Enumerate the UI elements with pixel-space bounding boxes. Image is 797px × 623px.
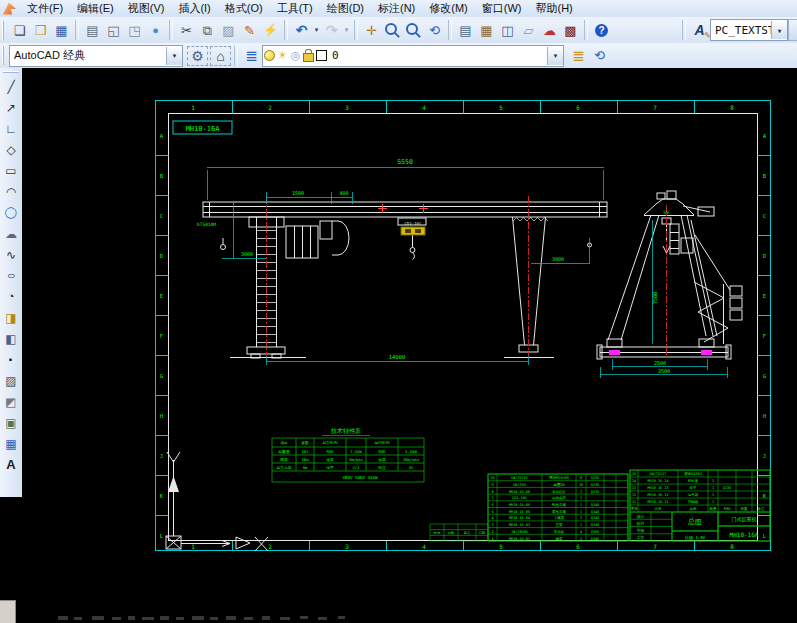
- menu-dimension[interactable]: 标注(N): [371, 0, 422, 17]
- multiline-text-icon[interactable]: [1, 454, 21, 475]
- menu-insert[interactable]: 插入(I): [171, 0, 217, 17]
- svg-text:MH10-16-08: MH10-16-08: [509, 490, 530, 494]
- menu-file[interactable]: 文件(F): [20, 0, 70, 17]
- new-icon[interactable]: [9, 20, 30, 40]
- svg-text:E: E: [763, 293, 766, 299]
- publish-to-web-icon[interactable]: [145, 20, 166, 40]
- cut-icon[interactable]: [176, 20, 197, 40]
- region-icon[interactable]: [1, 412, 21, 433]
- circle-icon[interactable]: [1, 202, 21, 223]
- redo-icon[interactable]: [321, 20, 342, 40]
- menu-draw[interactable]: 绘图(D): [320, 0, 371, 17]
- chevron-down-icon[interactable]: [771, 21, 787, 39]
- layer-properties-manager-icon[interactable]: [241, 46, 262, 66]
- ellipse-icon[interactable]: [1, 265, 21, 286]
- spline-icon[interactable]: [1, 244, 21, 265]
- point-icon[interactable]: [1, 349, 21, 370]
- plot-preview-icon[interactable]: [103, 20, 124, 40]
- svg-text:工艺: 工艺: [637, 535, 645, 540]
- markup-set-manager-icon[interactable]: [539, 20, 560, 40]
- workspace-settings-icon[interactable]: [187, 46, 208, 66]
- open-icon[interactable]: [30, 20, 51, 40]
- svg-text:L: L: [763, 533, 767, 539]
- save-icon[interactable]: [51, 20, 72, 40]
- table-icon[interactable]: [1, 433, 21, 454]
- pan-icon[interactable]: [361, 20, 382, 40]
- text-style-combobox[interactable]: PC_TEXTSTYLE: [710, 19, 788, 41]
- svg-text:项目: 项目: [280, 440, 288, 445]
- toolbar-drag-handle[interactable]: [2, 46, 6, 65]
- spec-table: 技术特性表 项目参数起升机构运行机构起重量10t电机7.5kW电机5.5kW跨度…: [272, 427, 424, 482]
- clipped-toolbar-icon[interactable]: [788, 19, 797, 41]
- copy-icon[interactable]: [197, 20, 218, 40]
- workspace-combobox[interactable]: AutoCAD 经典: [9, 45, 183, 67]
- layer-combobox[interactable]: 0: [262, 45, 564, 67]
- toolbar-drag-handle[interactable]: [3, 71, 19, 74]
- layer-color-swatch[interactable]: [315, 48, 328, 64]
- drawing-canvas[interactable]: 12345678 12345678 ABCDEFGHJKL ABCDEFGHJK…: [22, 68, 797, 623]
- rectangle-icon[interactable]: [1, 160, 21, 181]
- make-object-layer-current-icon[interactable]: [568, 46, 589, 66]
- match-properties-icon[interactable]: [239, 20, 260, 40]
- layer-on-bulb-icon[interactable]: [263, 48, 276, 64]
- sheet-set-manager-icon[interactable]: [518, 20, 539, 40]
- svg-text:Q345: Q345: [591, 503, 599, 507]
- layer-thaw-sun-icon[interactable]: [276, 48, 289, 64]
- menu-edit[interactable]: 编辑(E): [70, 0, 121, 17]
- toolbar-separator: [169, 20, 173, 40]
- revision-cloud-icon[interactable]: [1, 223, 21, 244]
- block-editor-icon[interactable]: [260, 20, 281, 40]
- menu-modify[interactable]: 修改(M): [422, 0, 475, 17]
- zoom-previous-icon[interactable]: [424, 20, 445, 40]
- my-workspace-icon[interactable]: [210, 46, 231, 66]
- quick-calculator-icon[interactable]: [560, 20, 581, 40]
- menu-tools[interactable]: 工具(T): [270, 0, 320, 17]
- layer-unlock-icon[interactable]: [302, 48, 315, 64]
- polyline-icon[interactable]: [1, 118, 21, 139]
- svg-text:12: 12: [632, 493, 636, 497]
- publish-icon[interactable]: [124, 20, 145, 40]
- toolbar-drag-handle[interactable]: [2, 21, 6, 40]
- polygon-icon[interactable]: [1, 139, 21, 160]
- plot-icon[interactable]: [82, 20, 103, 40]
- line-icon[interactable]: [1, 76, 21, 97]
- make-block-icon[interactable]: [1, 328, 21, 349]
- redo-dropdown-arrow[interactable]: ▾: [342, 20, 351, 40]
- menu-window[interactable]: 窗口(W): [475, 0, 529, 17]
- ellipse-arc-icon[interactable]: [1, 286, 21, 307]
- svg-text:名称: 名称: [690, 507, 698, 511]
- layer-previous-icon[interactable]: [589, 46, 610, 66]
- properties-icon[interactable]: [455, 20, 476, 40]
- svg-text:K: K: [160, 493, 164, 499]
- toolbar-separator: [448, 20, 452, 40]
- svg-text:5.5kW: 5.5kW: [405, 449, 417, 454]
- paste-icon[interactable]: [218, 20, 239, 40]
- svg-text:1: 1: [712, 486, 714, 490]
- text-style-icon[interactable]: [689, 20, 710, 40]
- gradient-icon[interactable]: [1, 391, 21, 412]
- svg-text:MH10-16-13: MH10-16-13: [647, 486, 668, 490]
- undo-icon[interactable]: [291, 20, 312, 40]
- menu-format[interactable]: 格式(O): [218, 0, 270, 17]
- svg-text:MH10-16-01: MH10-16-01: [509, 537, 530, 541]
- arc-icon[interactable]: [1, 181, 21, 202]
- hoist-trolley: CD1-10t: [401, 221, 425, 235]
- hatch-icon[interactable]: [1, 370, 21, 391]
- zoom-window-icon[interactable]: [403, 20, 424, 40]
- tool-palettes-icon[interactable]: [497, 20, 518, 40]
- chevron-down-icon[interactable]: [166, 47, 182, 65]
- svg-text:9: 9: [491, 483, 493, 487]
- zoom-realtime-icon[interactable]: [382, 20, 403, 40]
- design-center-icon[interactable]: [476, 20, 497, 40]
- svg-text:4t: 4t: [409, 465, 414, 470]
- menu-view[interactable]: 视图(V): [121, 0, 172, 17]
- undo-dropdown-arrow[interactable]: ▾: [312, 20, 321, 40]
- help-icon[interactable]: [591, 20, 612, 40]
- svg-text:10: 10: [490, 476, 494, 480]
- insert-block-icon[interactable]: [1, 307, 21, 328]
- chevron-down-icon[interactable]: [547, 47, 563, 65]
- svg-text:MH10-16-06: MH10-16-06: [509, 503, 530, 507]
- menu-help[interactable]: 帮助(H): [529, 0, 580, 17]
- construction-line-icon[interactable]: [1, 97, 21, 118]
- layer-viewport-freeze-icon[interactable]: [289, 48, 302, 64]
